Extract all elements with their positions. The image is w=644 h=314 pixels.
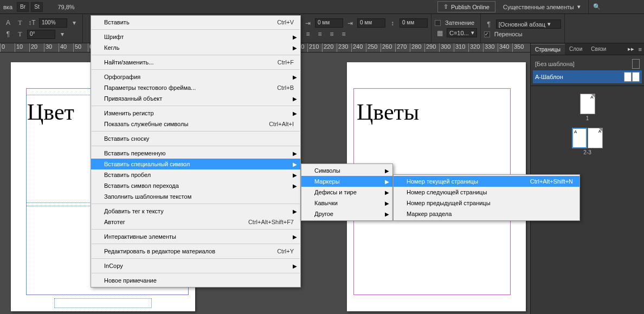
ruler-tick: 40 bbox=[59, 43, 67, 52]
shading-swatch-select[interactable]: C=10...▾ bbox=[447, 28, 477, 37]
upload-icon: ⇧ bbox=[443, 3, 448, 10]
space-before-input[interactable]: 0 мм bbox=[400, 18, 428, 28]
menu-item[interactable]: Новое примечание bbox=[91, 275, 300, 286]
menu-separator bbox=[92, 106, 300, 106]
vertical-type-icon[interactable]: ↕T bbox=[27, 18, 37, 27]
ruler-tick: 0 bbox=[0, 43, 5, 52]
menu-item[interactable]: Номер следующей страницы bbox=[394, 187, 579, 198]
chevron-down-icon[interactable]: ▾ bbox=[69, 18, 79, 27]
menu-item[interactable]: Маркер раздела bbox=[394, 208, 579, 219]
menu-item-label: Маркеры bbox=[314, 178, 386, 185]
menu-item-label: Заполнить шаблонным текстом bbox=[104, 193, 294, 200]
menu-item-label: Дефисы и тире bbox=[314, 189, 386, 195]
vertical-text-icon[interactable]: T bbox=[15, 30, 25, 38]
menu-item[interactable]: Кавычки▶ bbox=[301, 198, 392, 208]
menu-item[interactable]: Вставить специальный символ▶ bbox=[91, 159, 300, 169]
tab-layers[interactable]: Слои bbox=[565, 44, 587, 54]
menu-item[interactable]: Заполнить шаблонным текстом bbox=[91, 191, 300, 202]
menu-item[interactable]: Редактировать в редакторе материаловCtrl… bbox=[91, 246, 300, 257]
paragraph-style-select[interactable]: [Основной абзац▾ bbox=[496, 19, 561, 29]
master-thumb bbox=[624, 72, 632, 82]
pages-thumbnails: A 1 A A 2-3 bbox=[533, 88, 642, 155]
workspace-switcher[interactable]: Существенные элементы ▾ bbox=[495, 3, 588, 10]
menu-item[interactable]: Найти/заменить...Ctrl+F bbox=[91, 57, 300, 68]
menu-item[interactable]: Изменить регистр▶ bbox=[91, 108, 300, 119]
page-thumb-1[interactable]: A bbox=[580, 94, 595, 114]
ruler-tick: 300 bbox=[439, 43, 450, 52]
menu-item[interactable]: Вставить пробел▶ bbox=[91, 169, 300, 180]
hyphenation-checkbox[interactable]: ✓ bbox=[484, 31, 490, 37]
menu-item[interactable]: Добавить тег к тексту▶ bbox=[91, 206, 300, 217]
menu-item[interactable]: Параметры текстового фрейма...Ctrl+B bbox=[91, 82, 300, 93]
zoom-level-display[interactable]: 79,8% bbox=[47, 0, 85, 14]
zoom-percent-input[interactable]: 100% bbox=[39, 18, 67, 28]
align-icon[interactable]: ≡ bbox=[303, 30, 313, 38]
menu-item[interactable]: InCopy▶ bbox=[91, 260, 300, 271]
master-a-row[interactable]: А-Шаблон bbox=[533, 70, 642, 83]
menu-item[interactable]: Интерактивные элементы▶ bbox=[91, 231, 300, 242]
para-format-icon[interactable]: ¶ bbox=[3, 30, 13, 38]
page-thumb-3[interactable]: A bbox=[588, 128, 603, 148]
menu-item[interactable]: Орфография▶ bbox=[91, 71, 300, 82]
ruler-tick: 310 bbox=[454, 43, 465, 52]
space-before-icon[interactable]: ↕ bbox=[388, 19, 397, 28]
chevron-down-icon[interactable]: ▾ bbox=[57, 30, 67, 38]
submenu-arrow-icon: ▶ bbox=[293, 34, 297, 40]
text-frame-guide bbox=[54, 298, 152, 308]
submenu-arrow-icon: ▶ bbox=[293, 45, 297, 51]
submenu-special-char[interactable]: Символы▶Маркеры▶Дефисы и тире▶Кавычки▶Др… bbox=[301, 163, 393, 221]
hyphenation-label: Переносы bbox=[494, 31, 523, 37]
menu-item[interactable]: Другое▶ bbox=[301, 208, 392, 219]
menu-separator bbox=[92, 229, 300, 230]
menu-shortcut: Ctrl+F bbox=[278, 59, 294, 66]
search-icon[interactable]: 🔍 bbox=[588, 0, 618, 14]
ruler-tick: 210 bbox=[307, 43, 319, 52]
menu-item[interactable]: Вставить переменную▶ bbox=[91, 148, 300, 159]
type-tool-icon[interactable]: T bbox=[15, 18, 25, 27]
menu-item[interactable]: Показать служебные символыCtrl+Alt+I bbox=[91, 119, 300, 129]
indent-first-icon[interactable]: ⇥ bbox=[345, 19, 355, 28]
submenu-arrow-icon: ▶ bbox=[385, 168, 389, 174]
align-icon[interactable]: ≡ bbox=[339, 30, 349, 38]
ruler-tick: 290 bbox=[424, 43, 436, 52]
menu-item[interactable]: Вставить символ перехода▶ bbox=[91, 180, 300, 191]
menu-item[interactable]: ВставитьCtrl+V bbox=[91, 17, 300, 28]
rotation-input[interactable]: 0° bbox=[27, 30, 55, 39]
menu-item[interactable]: Маркеры▶ bbox=[301, 176, 392, 187]
context-menu-main[interactable]: ВставитьCtrl+VШрифт▶Кегль▶Найти/заменить… bbox=[91, 15, 301, 287]
menu-item[interactable]: Кегль▶ bbox=[91, 42, 300, 53]
stock-button[interactable]: St bbox=[31, 2, 43, 12]
menu-item[interactable]: Вставить сноску bbox=[91, 133, 300, 144]
menu-item[interactable]: АвтотегCtrl+Alt+Shift+F7 bbox=[91, 217, 300, 227]
menu-item[interactable]: Дефисы и тире▶ bbox=[301, 187, 392, 198]
page-number-label: 1 bbox=[586, 115, 589, 121]
char-format-icon[interactable]: A bbox=[3, 18, 13, 27]
menu-item[interactable]: Символы▶ bbox=[301, 165, 392, 176]
menu-item-label: Вставить переменную bbox=[104, 150, 294, 156]
tab-links[interactable]: Связи bbox=[587, 44, 610, 54]
menu-item-label: InCopy bbox=[104, 263, 294, 269]
shading-checkbox[interactable] bbox=[435, 20, 441, 26]
indent-left-icon[interactable]: ⇥ bbox=[303, 19, 313, 28]
menu-item-label: Вставить символ перехода bbox=[104, 182, 294, 189]
align-icon[interactable]: ≡ bbox=[327, 30, 337, 38]
tab-pages[interactable]: Страницы bbox=[531, 44, 565, 55]
align-icon[interactable]: ≡ bbox=[315, 30, 325, 38]
collapse-panel-icon[interactable]: ▸▸ bbox=[626, 45, 636, 53]
indent-first-input[interactable]: 0 мм bbox=[357, 18, 385, 28]
panel-menu-icon[interactable]: ≡ bbox=[636, 46, 644, 53]
bridge-button[interactable]: Br bbox=[17, 2, 29, 12]
chevron-down-icon: ▾ bbox=[548, 21, 551, 28]
menu-item[interactable]: Привязанный объект▶ bbox=[91, 93, 300, 104]
menu-item[interactable]: Номер текущей страницыCtrl+Alt+Shift+N bbox=[394, 176, 579, 187]
menu-shortcut: Ctrl+Alt+Shift+N bbox=[530, 178, 573, 185]
menu-item-label: Шрифт bbox=[104, 34, 294, 40]
ruler-tick: 240 bbox=[351, 43, 363, 52]
master-none-row[interactable]: [Без шаблона] bbox=[533, 57, 642, 70]
indent-left-input[interactable]: 0 мм bbox=[315, 18, 343, 28]
submenu-markers[interactable]: Номер текущей страницыCtrl+Alt+Shift+NНо… bbox=[393, 174, 580, 221]
menu-item[interactable]: Номер предыдущей страницы bbox=[394, 198, 579, 208]
publish-online-button[interactable]: ⇧ Publish Online bbox=[437, 1, 495, 12]
page-thumb-2[interactable]: A bbox=[572, 128, 587, 148]
menu-item[interactable]: Шрифт▶ bbox=[91, 31, 300, 42]
